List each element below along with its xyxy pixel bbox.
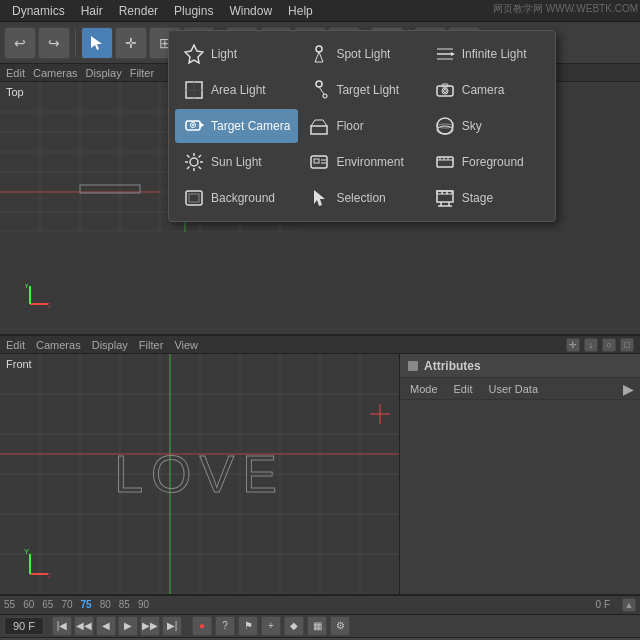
viewport-zoom-ctrl[interactable]: ↓ — [584, 338, 598, 352]
undo-button[interactable]: ↩ — [4, 27, 36, 59]
menu-item-foreground[interactable]: Foreground — [426, 145, 549, 179]
spot-light-label: Spot Light — [336, 47, 390, 61]
menu-item-light[interactable]: Light — [175, 37, 298, 71]
front-edit-menu[interactable]: Edit — [6, 339, 25, 351]
prev-frame-button[interactable]: ◀◀ — [74, 616, 94, 636]
menu-item-spot-light[interactable]: Spot Light — [300, 37, 423, 71]
frame-end-display: 90 F — [4, 617, 44, 635]
infinite-light-icon — [434, 43, 456, 65]
svg-point-60 — [437, 126, 453, 134]
filter-menu[interactable]: Filter — [130, 67, 154, 79]
skip-end-button[interactable]: ▶| — [162, 616, 182, 636]
menu-item-stage[interactable]: Stage — [426, 181, 549, 215]
svg-line-57 — [323, 120, 327, 126]
menu-item-camera[interactable]: Camera — [426, 73, 549, 107]
menu-item-selection[interactable]: Selection — [300, 181, 423, 215]
camera-label: Camera — [462, 83, 505, 97]
tab-edit[interactable]: Edit — [450, 381, 477, 397]
love-text: LOVE — [114, 444, 285, 504]
svg-point-45 — [323, 94, 327, 98]
sun-light-icon — [183, 151, 205, 173]
svg-rect-75 — [437, 157, 453, 167]
move-tool-button[interactable]: ✛ — [115, 27, 147, 59]
front-filter-menu[interactable]: Filter — [139, 339, 163, 351]
svg-line-34 — [315, 52, 319, 62]
camera-icon — [434, 79, 456, 101]
prev-button[interactable]: ◀ — [96, 616, 116, 636]
attributes-icon — [408, 361, 418, 371]
infinite-light-label: Infinite Light — [462, 47, 527, 61]
toolbar-sep-1 — [75, 29, 76, 57]
front-cameras-menu[interactable]: Cameras — [36, 339, 81, 351]
front-display-menu[interactable]: Display — [92, 339, 128, 351]
sky-label: Sky — [462, 119, 482, 133]
svg-line-69 — [199, 155, 202, 158]
key-button[interactable]: ⚑ — [238, 616, 258, 636]
svg-text:Y: Y — [24, 547, 30, 556]
bottom-viewport-bar: Edit Cameras Display Filter View ✛ ↓ ○ □ — [0, 336, 640, 354]
menu-item-floor[interactable]: Floor — [300, 109, 423, 143]
frame-arrow-up[interactable]: ▲ — [622, 598, 636, 612]
anim-button[interactable]: ▦ — [307, 616, 327, 636]
next-button[interactable]: ▶▶ — [140, 616, 160, 636]
light-icon — [183, 43, 205, 65]
display-menu[interactable]: Display — [86, 67, 122, 79]
select-tool-button[interactable] — [81, 27, 113, 59]
menu-help[interactable]: Help — [280, 2, 321, 20]
menu-dynamics[interactable]: Dynamics — [4, 2, 73, 20]
attributes-arrow[interactable]: ▶ — [623, 381, 634, 397]
svg-line-56 — [311, 120, 315, 126]
svg-marker-82 — [314, 190, 325, 206]
viewport-orbit-ctrl[interactable]: ○ — [602, 338, 616, 352]
menu-item-infinite-light[interactable]: Infinite Light — [426, 37, 549, 71]
tab-mode[interactable]: Mode — [406, 381, 442, 397]
add-key-button[interactable]: + — [261, 616, 281, 636]
svg-line-67 — [187, 155, 190, 158]
svg-point-53 — [192, 124, 194, 126]
foreground-label: Foreground — [462, 155, 524, 169]
menu-hair[interactable]: Hair — [73, 2, 111, 20]
menu-item-sun-light[interactable]: Sun Light — [175, 145, 298, 179]
menu-item-environment[interactable]: Environment — [300, 145, 423, 179]
svg-rect-81 — [189, 194, 199, 202]
timeline-controls: 90 F |◀ ◀◀ ◀ ▶ ▶▶ ▶| ● ? ⚑ + ◆ ▦ ⚙ — [0, 615, 640, 639]
sky-icon — [434, 115, 456, 137]
frame-marker-70: 70 — [61, 599, 72, 610]
menu-render[interactable]: Render — [111, 2, 166, 20]
front-viewport[interactable]: Front — [0, 354, 640, 594]
menu-bar: Dynamics Hair Render Plugins Window Help… — [0, 0, 640, 22]
skip-start-button[interactable]: |◀ — [52, 616, 72, 636]
menu-item-background[interactable]: Background — [175, 181, 298, 215]
menu-item-sky[interactable]: Sky — [426, 109, 549, 143]
light-label: Light — [211, 47, 237, 61]
cameras-menu[interactable]: Cameras — [33, 67, 78, 79]
front-viewport-left[interactable]: Front — [0, 354, 400, 594]
record-button[interactable]: ● — [192, 616, 212, 636]
menu-window[interactable]: Window — [221, 2, 280, 20]
front-view-menu[interactable]: View — [174, 339, 198, 351]
settings-button[interactable]: ⚙ — [330, 616, 350, 636]
keyframe-button[interactable]: ◆ — [284, 616, 304, 636]
attributes-tabs: Mode Edit User Data ▶ — [400, 378, 640, 400]
frame-marker-90: 90 — [138, 599, 149, 610]
menu-item-target-camera[interactable]: Target Camera — [175, 109, 298, 143]
play-button[interactable]: ▶ — [118, 616, 138, 636]
attributes-panel: Attributes Mode Edit User Data ▶ — [400, 354, 640, 594]
spot-light-icon — [308, 43, 330, 65]
viewport-move-ctrl[interactable]: ✛ — [566, 338, 580, 352]
floor-label: Floor — [336, 119, 363, 133]
tab-user-data[interactable]: User Data — [485, 381, 543, 397]
bottom-viewport-container: Edit Cameras Display Filter View ✛ ↓ ○ □… — [0, 334, 640, 594]
background-label: Background — [211, 191, 275, 205]
edit-menu[interactable]: Edit — [6, 67, 25, 79]
menu-plugins[interactable]: Plugins — [166, 2, 221, 20]
redo-button[interactable]: ↪ — [38, 27, 70, 59]
menu-item-target-light[interactable]: Target Light — [300, 73, 423, 107]
area-light-label: Area Light — [211, 83, 266, 97]
svg-rect-85 — [442, 191, 447, 194]
menu-item-area-light[interactable]: Area Light — [175, 73, 298, 107]
viewport-maximize[interactable]: □ — [620, 338, 634, 352]
question-button[interactable]: ? — [215, 616, 235, 636]
svg-text:X: X — [48, 571, 50, 580]
floor-icon — [308, 115, 330, 137]
